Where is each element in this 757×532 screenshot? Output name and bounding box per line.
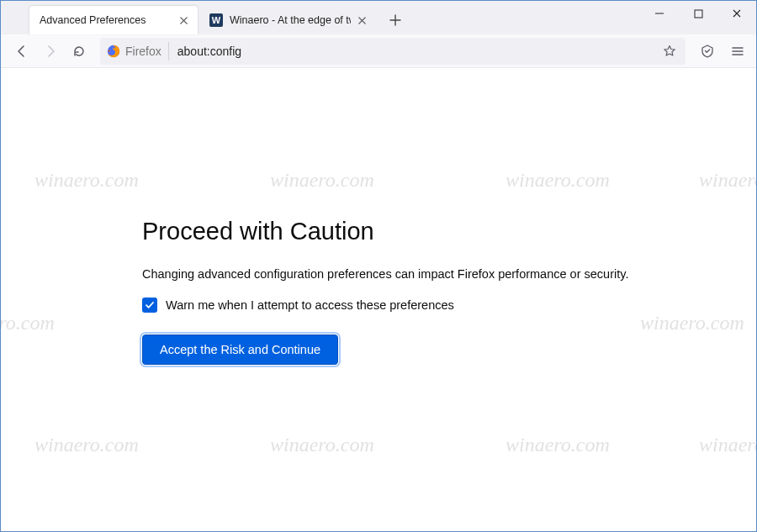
watermark-text: winaero.com xyxy=(34,169,139,192)
watermark-text: winaero.com xyxy=(270,169,374,192)
back-button[interactable] xyxy=(9,39,34,64)
window-close-button[interactable] xyxy=(717,1,756,26)
bookmark-star-icon[interactable] xyxy=(659,40,680,62)
identity-box[interactable]: Firefox xyxy=(107,42,169,61)
tab-label: Winaero - At the edge of tweak xyxy=(230,14,351,26)
url-text: about:config xyxy=(169,45,659,58)
svg-rect-0 xyxy=(695,10,702,18)
save-to-pocket-button[interactable] xyxy=(694,39,721,64)
close-icon[interactable] xyxy=(354,13,369,28)
browser-window: Advanced Preferences W Winaero - At the … xyxy=(0,0,757,532)
identity-label: Firefox xyxy=(125,45,161,58)
app-menu-button[interactable] xyxy=(724,39,751,64)
maximize-button[interactable] xyxy=(679,1,717,26)
watermark-text: winaero.com xyxy=(1,312,55,334)
warning-heading: Proceed with Caution xyxy=(142,218,638,245)
minimize-button[interactable] xyxy=(640,1,679,26)
watermark-text: winaero.com xyxy=(506,434,610,456)
page-content: Proceed with Caution Changing advanced c… xyxy=(1,68,756,531)
checkbox-icon[interactable] xyxy=(142,298,157,313)
about-config-warning: Proceed with Caution Changing advanced c… xyxy=(142,218,638,365)
close-icon[interactable] xyxy=(176,13,191,28)
warning-body: Changing advanced configuration preferen… xyxy=(142,267,638,281)
url-bar[interactable]: Firefox about:config xyxy=(100,38,686,65)
forward-button[interactable] xyxy=(38,39,63,64)
tab-strip: Advanced Preferences W Winaero - At the … xyxy=(1,1,756,34)
favicon-icon: W xyxy=(209,13,223,27)
firefox-icon xyxy=(107,45,120,58)
navigation-toolbar: Firefox about:config xyxy=(1,34,756,68)
tab-advanced-preferences[interactable]: Advanced Preferences xyxy=(29,6,198,34)
warning-checkbox-row[interactable]: Warn me when I attempt to access these p… xyxy=(142,298,638,313)
accept-risk-button[interactable]: Accept the Risk and Continue xyxy=(142,334,338,365)
watermark-text: winaero.com xyxy=(699,169,756,192)
watermark-text: winaero.com xyxy=(270,434,374,456)
watermark-text: winaero.com xyxy=(699,434,756,456)
tab-label: Advanced Preferences xyxy=(40,14,172,26)
watermark-text: winaero.com xyxy=(34,434,139,456)
checkbox-label: Warn me when I attempt to access these p… xyxy=(166,298,454,312)
watermark-text: winaero.com xyxy=(506,169,610,192)
reload-button[interactable] xyxy=(66,39,92,64)
new-tab-button[interactable] xyxy=(383,8,408,33)
watermark-text: winaero.com xyxy=(640,312,744,334)
window-controls xyxy=(640,1,756,28)
tab-winaero[interactable]: W Winaero - At the edge of tweak xyxy=(199,6,376,34)
